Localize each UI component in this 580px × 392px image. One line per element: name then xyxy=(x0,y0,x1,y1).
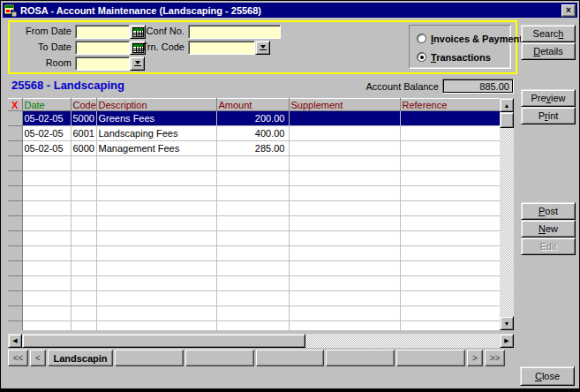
cell-amount xyxy=(216,261,289,276)
radio-button-icon xyxy=(417,34,426,43)
cell-description: Landscaping Fees xyxy=(96,126,216,141)
tab-empty[interactable] xyxy=(185,350,254,366)
row-selector[interactable] xyxy=(8,261,22,276)
row-selector[interactable] xyxy=(8,321,22,331)
cell-description xyxy=(96,231,216,246)
cell-amount xyxy=(216,171,289,186)
table-row[interactable] xyxy=(8,201,500,216)
room-dropdown-button[interactable] xyxy=(130,57,145,71)
cell-date xyxy=(22,291,71,306)
first-account-button[interactable]: << xyxy=(8,350,28,366)
column-header-reference[interactable]: Reference xyxy=(400,99,500,111)
trn-code-input[interactable] xyxy=(188,41,255,55)
row-selector[interactable] xyxy=(8,276,22,291)
cell-reference xyxy=(400,201,500,216)
table-row[interactable] xyxy=(8,246,500,261)
table-row[interactable] xyxy=(8,231,500,246)
tab-empty[interactable] xyxy=(326,350,395,366)
search-button[interactable]: Search xyxy=(521,25,576,42)
row-selector[interactable] xyxy=(8,216,22,231)
table-row[interactable] xyxy=(8,321,500,331)
account-balance-label: Account Balance xyxy=(354,81,439,92)
column-header-date[interactable]: Date xyxy=(22,99,71,111)
account-tabs: Landscapin xyxy=(48,350,465,366)
table-row[interactable] xyxy=(8,186,500,201)
row-selector[interactable] xyxy=(8,141,22,156)
tab-empty[interactable] xyxy=(396,350,465,366)
to-date-input[interactable] xyxy=(75,41,130,55)
account-tabstrip: << < Landscapin > >> xyxy=(8,350,514,366)
row-selector[interactable] xyxy=(8,171,22,186)
from-date-input[interactable] xyxy=(75,25,130,39)
tab-empty[interactable] xyxy=(115,350,184,366)
column-header-supplement[interactable]: Supplement xyxy=(289,99,400,111)
row-selector[interactable] xyxy=(8,246,22,261)
column-header-amount[interactable]: Amount xyxy=(216,99,289,111)
trn-code-label: Trn. Code xyxy=(139,41,185,55)
vertical-scrollbar[interactable]: ▲ ▼ xyxy=(500,98,514,330)
radio-label: Invoices & Payments xyxy=(431,34,528,44)
table-row[interactable] xyxy=(8,306,500,321)
tab-empty[interactable] xyxy=(256,350,325,366)
table-row[interactable]: 05-02-056000Management Fees285.00 xyxy=(8,141,500,156)
row-selector[interactable] xyxy=(8,186,22,201)
previous-account-button[interactable]: < xyxy=(30,350,46,366)
table-row[interactable]: 05-02-055000Greens Fees200.00 xyxy=(8,111,500,126)
table-row[interactable] xyxy=(8,261,500,276)
horizontal-scroll-thumb[interactable] xyxy=(22,334,305,348)
row-selector[interactable] xyxy=(8,291,22,306)
row-selector[interactable] xyxy=(8,201,22,216)
to-date-label: To Date xyxy=(19,41,72,55)
app-window: ROSA - Account Maintenance (Landscaping … xyxy=(0,0,580,392)
vertical-scroll-thumb[interactable] xyxy=(500,112,514,128)
scroll-right-icon[interactable]: ▶ xyxy=(500,334,514,348)
radio-invoices-payments[interactable]: Invoices & Payments xyxy=(417,33,528,44)
cell-description xyxy=(96,261,216,276)
conf-no-input[interactable] xyxy=(188,25,281,39)
table-row[interactable] xyxy=(8,171,500,186)
cell-supplement xyxy=(289,141,400,156)
next-account-button[interactable]: > xyxy=(467,350,483,366)
details-button[interactable]: Details xyxy=(521,42,576,60)
post-button[interactable]: Post xyxy=(521,202,576,220)
print-button[interactable]: Print xyxy=(521,107,576,124)
row-selector[interactable] xyxy=(8,126,22,141)
column-header-x[interactable]: X xyxy=(8,99,22,111)
title-bar: ROSA - Account Maintenance (Landscaping … xyxy=(3,3,577,18)
close-icon[interactable]: × xyxy=(561,4,576,17)
app-icon xyxy=(4,4,17,17)
scroll-down-icon[interactable]: ▼ xyxy=(500,316,514,330)
row-selector[interactable] xyxy=(8,111,22,126)
cell-reference xyxy=(400,126,500,141)
cell-description xyxy=(96,186,216,201)
cell-code xyxy=(71,216,96,231)
last-account-button[interactable]: >> xyxy=(485,350,505,366)
scroll-left-icon[interactable]: ◀ xyxy=(8,334,22,348)
cell-reference xyxy=(400,291,500,306)
preview-button[interactable]: Preview xyxy=(521,89,576,107)
trn-code-dropdown-button[interactable] xyxy=(255,41,270,55)
new-button[interactable]: New xyxy=(521,220,576,237)
table-row[interactable] xyxy=(8,291,500,306)
table-row[interactable]: 05-02-056001Landscaping Fees400.00 xyxy=(8,126,500,141)
column-header-description[interactable]: Description xyxy=(96,99,216,111)
row-selector[interactable] xyxy=(8,306,22,321)
cell-date xyxy=(22,171,71,186)
column-header-code[interactable]: Code xyxy=(71,99,96,111)
table-row[interactable] xyxy=(8,276,500,291)
horizontal-scrollbar[interactable]: ◀ ▶ xyxy=(8,334,514,348)
room-input[interactable] xyxy=(75,57,130,71)
cell-reference xyxy=(400,156,500,171)
radio-transactions[interactable]: Transactions xyxy=(417,51,491,63)
close-button[interactable]: Close xyxy=(520,366,575,386)
cell-supplement xyxy=(289,111,400,126)
cell-date: 05-02-05 xyxy=(22,141,71,156)
row-selector[interactable] xyxy=(8,231,22,246)
cell-code xyxy=(71,186,96,201)
table-row[interactable] xyxy=(8,216,500,231)
tab-landscapin[interactable]: Landscapin xyxy=(48,350,113,366)
scroll-up-icon[interactable]: ▲ xyxy=(500,98,514,112)
row-selector[interactable] xyxy=(8,156,22,171)
table-row[interactable] xyxy=(8,156,500,171)
account-balance-field: 885.00 xyxy=(442,79,514,94)
